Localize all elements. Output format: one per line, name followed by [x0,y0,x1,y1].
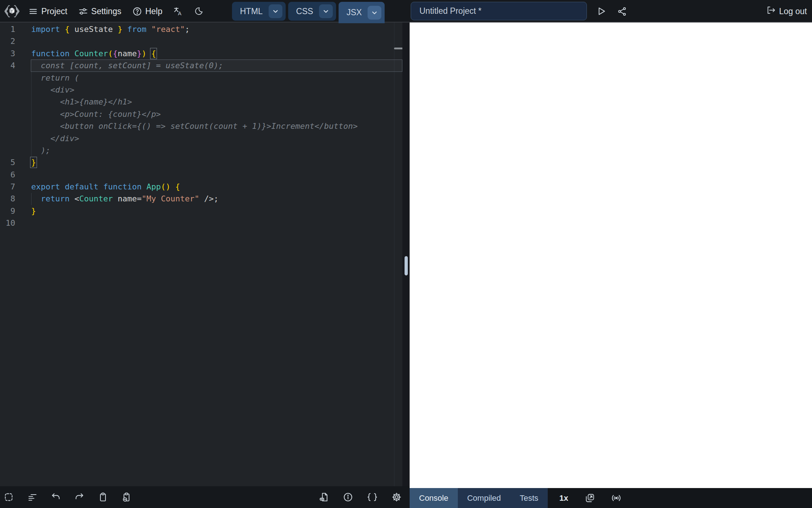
code-text: <div> [15,84,74,96]
redo-icon[interactable] [74,492,84,502]
menu-item-label: Help [145,7,162,16]
code-text: import { useState } from "react"; [15,23,190,35]
splitter-drag-handle[interactable] [405,256,408,275]
code-line[interactable]: 8 return <Counter name="My Counter" />; [0,193,402,205]
chevron-down-icon [370,8,379,17]
console-tab-tests[interactable]: Tests [510,488,548,508]
run-share-group [596,0,627,22]
code-text: export default function App() { [15,181,180,193]
line-number [0,96,15,108]
code-line[interactable]: ); [0,144,402,156]
tab-label: HTML [240,7,263,16]
editor-tabs: HTMLCSSJSX [232,2,385,23]
code-line[interactable]: 10 [0,217,402,229]
code-text: function Counter({name}) { [15,48,156,60]
code-text: <button onClick={() => setCount(count + … [15,120,358,132]
console-tab-console[interactable]: Console [410,488,458,508]
sliders-icon [78,7,88,16]
format-code-icon[interactable] [27,492,37,502]
code-line[interactable]: 6 [0,169,402,181]
file-link-icon[interactable] [319,492,329,502]
paste-icon[interactable] [98,492,108,502]
line-number: 8 [0,193,15,205]
menu-item-settings[interactable]: Settings [78,7,121,16]
translate-button[interactable]: A [173,7,183,16]
hamburger-icon [28,7,38,16]
code-line[interactable]: </div> [0,132,402,144]
code-text: <p>Count: {count}</p> [15,108,161,120]
translate-icon: A [173,7,183,16]
code-line[interactable]: 5} [0,156,402,168]
code-text: } [15,205,36,217]
selection-icon[interactable] [4,492,14,502]
clipboard-remove-icon[interactable] [121,492,132,502]
code-line[interactable]: 1import { useState } from "react"; [0,23,402,35]
code-text: <h1>{name}</h1> [15,96,132,108]
app-logo[interactable] [3,3,21,20]
console-bar: ConsoleCompiledTests 1x [410,488,812,508]
open-preview-window-icon[interactable] [585,493,595,503]
code-text [15,35,31,47]
code-text: ); [15,144,50,156]
svg-text:A: A [178,10,182,16]
menu-item-project[interactable]: Project [28,7,67,16]
line-number: 5 [0,156,15,168]
code-text: return <Counter name="My Counter" />; [15,193,219,205]
code-line[interactable]: 9} [0,205,402,217]
undo-icon[interactable] [51,492,61,502]
settings-gear-icon[interactable] [392,492,402,502]
line-number: 9 [0,205,15,217]
code-line[interactable]: 4 const [count, setCount] = useState(0); [0,60,402,71]
code-line[interactable]: <button onClick={() => setCount(count + … [0,120,402,132]
help-icon [132,7,142,16]
line-number: 4 [0,60,15,71]
code-lines: 1import { useState } from "react";23func… [0,22,402,229]
line-number [0,72,15,84]
pane-splitter [402,22,410,486]
code-line[interactable]: 7export default function App() { [0,181,402,193]
tab-dropdown-button[interactable] [319,4,333,18]
code-line[interactable]: 3function Counter({name}) { [0,48,402,60]
tab-label: JSX [347,8,362,17]
code-line[interactable]: <p>Count: {count}</p> [0,108,402,120]
line-number: 6 [0,169,15,181]
code-text [15,217,31,229]
main-menu: ProjectSettingsHelpA [28,0,203,22]
tab-dropdown-button[interactable] [269,4,282,18]
line-number: 10 [0,217,15,229]
tab-css[interactable]: CSS [288,2,336,21]
braces-icon[interactable] [367,492,378,502]
theme-moon-button[interactable] [194,7,203,16]
line-number [0,84,15,96]
editor-toolbar [0,486,410,508]
console-tab-compiled[interactable]: Compiled [458,488,510,508]
top-toolbar: ProjectSettingsHelpA HTMLCSSJSX Log out [0,0,812,22]
project-name-input[interactable] [411,2,587,20]
menu-item-help[interactable]: Help [132,7,162,16]
tab-dropdown-button[interactable] [368,6,381,20]
line-number [0,132,15,144]
share-button[interactable] [617,7,627,16]
code-line[interactable]: <div> [0,84,402,96]
editor-toolbar-left [4,486,132,508]
tab-html[interactable]: HTML [232,2,286,21]
code-line[interactable]: return ( [0,72,402,84]
code-text [15,169,31,181]
code-text: </div> [15,132,79,144]
run-button[interactable] [596,6,606,16]
playback-speed[interactable]: 1x [559,488,568,508]
code-editor[interactable]: 1import { useState } from "react";23func… [0,22,402,486]
info-icon[interactable] [343,492,353,502]
logout-button[interactable]: Log out [766,0,807,22]
editor-toolbar-right [319,486,402,508]
code-line[interactable]: 2 [0,35,402,47]
theme-moon-icon [194,7,203,16]
code-line[interactable]: <h1>{name}</h1> [0,96,402,108]
preview-pane [410,22,812,488]
live-reload-icon[interactable] [611,493,622,503]
line-number: 1 [0,23,15,35]
menu-item-label: Settings [91,7,121,16]
code-text: } [15,156,36,168]
console-tabs: ConsoleCompiledTests [410,488,548,508]
tab-jsx[interactable]: JSX [339,2,385,23]
